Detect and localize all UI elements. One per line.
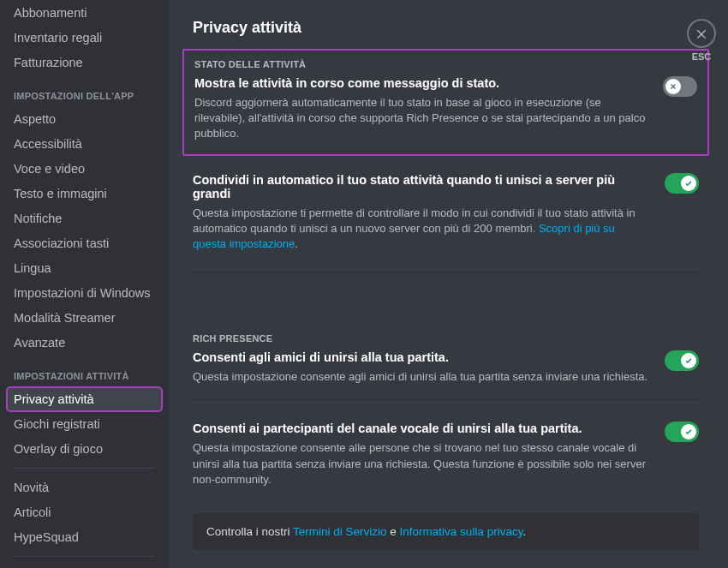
close-label: ESC [687, 51, 716, 62]
close-button[interactable]: ESC [687, 19, 716, 62]
sidebar-item-overlay[interactable]: Overlay di gioco [7, 437, 162, 461]
toggle-activity-status[interactable] [663, 76, 697, 97]
setting-friends-join-title: Consenti agli amici di unirsi alla tua p… [193, 350, 651, 364]
sidebar-item-testo-immagini[interactable]: Testo e immagini [7, 182, 162, 206]
setting-autoshare-title: Condividi in automatico il tuo stato att… [193, 173, 651, 200]
main-content: ESC Privacy attività STATO DELLE ATTIVIT… [169, 0, 728, 568]
sidebar-item-voce-video[interactable]: Voce e video [7, 157, 162, 181]
section-header-status: STATO DELLE ATTIVITÀ [194, 59, 697, 69]
sidebar-item-logout[interactable]: Esci [7, 564, 162, 568]
page-title: Privacy attività [193, 19, 699, 37]
sidebar-item-fatturazione[interactable]: Fatturazione [7, 51, 162, 75]
toggle-friends-join[interactable] [665, 350, 699, 371]
sidebar-item-privacy-attivita[interactable]: Privacy attività [7, 387, 162, 411]
setting-voice-join-desc: Questa impostazione consente alle person… [193, 440, 651, 487]
sidebar-item-notifiche[interactable]: Notifiche [7, 206, 162, 230]
sidebar-header-app: IMPOSTAZIONI DELL'APP [7, 75, 162, 106]
sidebar-divider [14, 468, 155, 469]
toggle-voice-join[interactable] [665, 422, 699, 442]
settings-sidebar: Abbonamenti Inventario regali Fatturazio… [0, 0, 169, 568]
sidebar-item-aspetto[interactable]: Aspetto [7, 107, 162, 131]
sidebar-item-avanzate[interactable]: Avanzate [7, 331, 162, 355]
activity-status-highlight: STATO DELLE ATTIVITÀ Mostra le attività … [182, 49, 709, 156]
sidebar-item-lingua[interactable]: Lingua [7, 256, 162, 280]
setting-voice-join-title: Consenti ai partecipanti del canale voca… [193, 422, 651, 435]
link-privacy[interactable]: Informativa sulla privacy [400, 525, 523, 538]
sidebar-item-novita[interactable]: Novità [7, 475, 162, 499]
close-icon [695, 27, 708, 40]
sidebar-item-accessibilita[interactable]: Accessibilità [7, 132, 162, 156]
sidebar-item-giochi-registrati[interactable]: Giochi registrati [7, 412, 162, 436]
legal-notice: Controlla i nostri Termini di Servizio e… [193, 513, 699, 550]
sidebar-item-abbonamenti[interactable]: Abbonamenti [7, 1, 162, 25]
sidebar-item-streamer[interactable]: Modalità Streamer [7, 306, 162, 330]
setting-activity-status-desc: Discord aggiornerà automaticamente il tu… [194, 95, 649, 142]
sidebar-item-hypesquad[interactable]: HypeSquad [7, 525, 162, 549]
section-header-rich-presence: RICH PRESENCE [193, 333, 699, 344]
sidebar-divider [14, 556, 155, 557]
sidebar-item-associazioni-tasti[interactable]: Associazioni tasti [7, 231, 162, 255]
sidebar-item-articoli[interactable]: Articoli [7, 500, 162, 524]
setting-autoshare-desc: Questa impostazione ti permette di contr… [193, 206, 651, 253]
setting-friends-join-desc: Questa impostazione consente agli amici … [193, 369, 651, 385]
link-tos[interactable]: Termini di Servizio [293, 525, 387, 538]
sidebar-header-activity: IMPOSTAZIONI ATTIVITÀ [7, 356, 162, 386]
setting-activity-status-title: Mostra le attività in corso come messagg… [194, 76, 649, 90]
sidebar-item-windows[interactable]: Impostazioni di Windows [7, 281, 162, 305]
toggle-autoshare[interactable] [665, 173, 699, 194]
sidebar-item-inventario-regali[interactable]: Inventario regali [7, 26, 162, 50]
